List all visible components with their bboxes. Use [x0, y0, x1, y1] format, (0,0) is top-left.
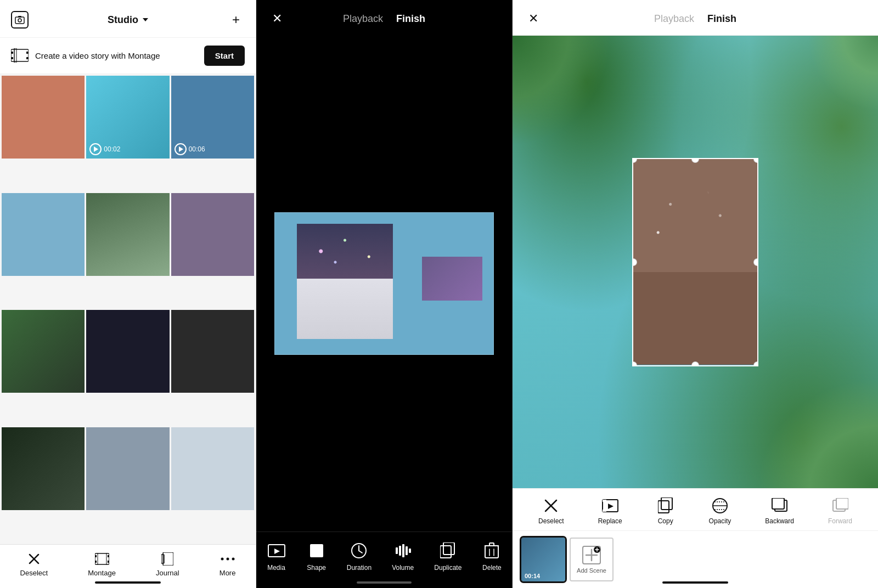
svg-rect-31 — [399, 546, 401, 556]
photo-cell-selected[interactable]: 00:02 — [86, 76, 169, 159]
panel3-header: ✕ Playback Finish — [513, 0, 878, 36]
gems-decoration — [297, 224, 393, 279]
svg-rect-13 — [95, 555, 97, 557]
photo-cell[interactable] — [171, 193, 254, 276]
panel2-toolbar: Media Shape Duration — [256, 532, 512, 588]
panel-1: Studio + Create a video story with Monta… — [0, 0, 256, 588]
portrait-torso — [633, 272, 757, 365]
svg-rect-30 — [396, 547, 398, 554]
edit-tool-backward[interactable]: Backward — [765, 496, 794, 525]
panel3-nav: Playback Finish — [654, 13, 736, 25]
face-area — [297, 224, 393, 279]
toolbar-shape[interactable]: Shape — [307, 541, 327, 572]
photo-cell[interactable] — [2, 76, 85, 159]
collage-frame[interactable] — [274, 212, 494, 355]
montage-icon — [94, 551, 110, 567]
toolbar-volume[interactable]: Volume — [392, 541, 414, 572]
toolbar-label-volume: Volume — [392, 564, 414, 572]
svg-rect-6 — [26, 52, 29, 54]
edit-tool-label-forward: Forward — [828, 517, 852, 525]
svg-point-22 — [226, 558, 229, 561]
nav-label-deselect: Deselect — [20, 569, 48, 577]
svg-line-29 — [359, 551, 362, 553]
toolbar-label-duplicate: Duplicate — [434, 564, 461, 572]
nav-item-deselect[interactable]: Deselect — [20, 551, 48, 577]
handle-br[interactable] — [753, 361, 758, 366]
studio-title[interactable]: Studio — [108, 14, 148, 26]
close-button-p3[interactable]: ✕ — [526, 11, 541, 26]
toolbar-duration[interactable]: Duration — [347, 541, 372, 572]
photo-cell[interactable] — [86, 193, 169, 276]
edit-tool-label-opacity: Opacity — [709, 517, 731, 525]
nav-playback-p3[interactable]: Playback — [654, 13, 694, 25]
play-triangle-icon — [179, 146, 183, 152]
edit-tool-label-deselect: Deselect — [538, 517, 564, 525]
edit-tool-forward[interactable]: Forward — [828, 496, 852, 525]
film-icon — [11, 48, 29, 64]
svg-rect-55 — [772, 498, 784, 509]
montage-banner: Create a video story with Montage Start — [0, 38, 256, 74]
head-shape — [665, 170, 727, 250]
toolbar-media[interactable]: Media — [267, 541, 286, 572]
photo-cell[interactable] — [2, 193, 85, 276]
photo-cell[interactable] — [86, 427, 169, 510]
toolbar-duplicate[interactable]: Duplicate — [434, 541, 461, 572]
close-button[interactable]: ✕ — [269, 11, 285, 26]
duration-icon — [349, 541, 369, 561]
svg-rect-26 — [310, 544, 323, 557]
start-button[interactable]: Start — [204, 46, 245, 66]
edit-toolbar: Deselect Replace Copy — [513, 488, 878, 531]
nav-finish-p3[interactable]: Finish — [707, 13, 736, 25]
edit-tool-copy[interactable]: Copy — [656, 496, 675, 525]
shape-icon — [307, 541, 327, 561]
photo-cell[interactable] — [2, 427, 85, 510]
toolbar-delete[interactable]: Delete — [482, 541, 502, 572]
svg-point-23 — [232, 558, 234, 561]
edit-tool-replace[interactable]: Replace — [598, 496, 622, 525]
add-scene-button[interactable]: Add Scene — [570, 538, 614, 581]
svg-rect-35 — [443, 542, 454, 555]
selected-frame[interactable] — [632, 158, 758, 366]
nav-finish[interactable]: Finish — [396, 13, 425, 25]
collage-item-1[interactable] — [297, 224, 393, 339]
opacity-icon — [711, 496, 729, 515]
panel-3: ✕ Playback Finish — [513, 0, 878, 588]
handle-mr[interactable] — [753, 258, 758, 266]
nav-item-montage[interactable]: Montage — [88, 551, 116, 577]
deselect-icon — [26, 551, 42, 567]
photo-cell[interactable]: 00:06 — [171, 76, 254, 159]
home-indicator-p2 — [357, 581, 412, 584]
photo-cell[interactable] — [171, 310, 254, 393]
filmstrip-scene-1[interactable]: 00:14 — [521, 538, 565, 581]
nav-playback[interactable]: Playback — [343, 13, 383, 25]
photo-cell-selected[interactable] — [2, 310, 85, 393]
home-indicator — [95, 581, 161, 584]
nav-item-journal[interactable]: Journal — [156, 551, 179, 577]
toolbar-label-delete: Delete — [482, 564, 502, 572]
svg-rect-47 — [603, 510, 606, 512]
filmstrip: 00:14 Add Scene — [513, 531, 878, 588]
play-circle — [89, 143, 102, 155]
add-button[interactable]: + — [227, 11, 245, 29]
edit-tool-deselect[interactable]: Deselect — [538, 496, 564, 525]
forward-icon — [831, 496, 849, 515]
leaf-bg-topright — [796, 36, 878, 123]
edit-tool-label-copy: Copy — [658, 517, 673, 525]
photo-cell[interactable] — [171, 427, 254, 510]
svg-marker-25 — [274, 549, 280, 554]
montage-banner-left: Create a video story with Montage — [11, 48, 160, 64]
photo-cell[interactable] — [86, 310, 169, 393]
edit-tool-opacity[interactable]: Opacity — [709, 496, 731, 525]
collage-item-2[interactable] — [422, 257, 482, 301]
video-badge: 00:02 — [89, 143, 120, 155]
journal-icon — [160, 551, 175, 567]
svg-rect-0 — [15, 17, 24, 24]
handle-bc[interactable] — [691, 361, 699, 366]
nav-item-more[interactable]: More — [219, 551, 236, 577]
svg-point-1 — [18, 19, 21, 22]
edit-tool-label-backward: Backward — [765, 517, 794, 525]
svg-rect-7 — [26, 57, 29, 59]
svg-rect-19 — [163, 552, 173, 566]
play-circle — [175, 143, 187, 155]
svg-rect-39 — [489, 543, 494, 546]
